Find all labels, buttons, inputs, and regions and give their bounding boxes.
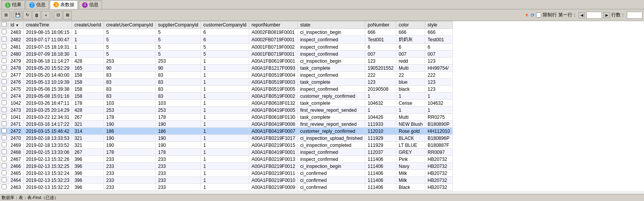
add-button[interactable]: +	[42, 11, 50, 19]
col-header-createUserCompanyId[interactable]: createUserCompanyId	[104, 21, 155, 29]
col-header-poNumber[interactable]: poNumber	[365, 21, 396, 29]
cell-checkbox[interactable]	[0, 36, 8, 44]
table-view2-button[interactable]: ⊠	[63, 11, 72, 19]
row-checkbox[interactable]	[2, 177, 7, 182]
cell-checkbox[interactable]	[0, 149, 8, 156]
table-row[interactable]: 24812019-07-15 18:19:311555A0001FB0719F0…	[0, 44, 453, 51]
cell-checkbox[interactable]	[0, 128, 8, 135]
table-view1-button[interactable]: ⊟	[54, 11, 62, 19]
col-header-supplierCompanyId[interactable]: supplierCompanyId	[155, 21, 201, 29]
cell-checkbox[interactable]	[0, 29, 8, 36]
refresh-button[interactable]: ↻	[23, 11, 32, 19]
col-header-reportNumber[interactable]: reportNumber	[249, 21, 298, 29]
prev-page-button[interactable]: ◀	[579, 12, 585, 18]
table-row[interactable]: 24722019-03-15 15:46:423141861861A00A1FB…	[0, 128, 453, 135]
row-checkbox[interactable]	[2, 79, 7, 84]
cell-checkbox[interactable]	[0, 72, 8, 79]
row-checkbox[interactable]	[2, 114, 7, 119]
cell-checkbox[interactable]	[0, 156, 8, 163]
col-header-customerCompanyId[interactable]: customerCompanyId	[201, 21, 249, 29]
cell-style: HB20732	[425, 177, 452, 184]
table-row[interactable]: 24832019-08-15 16:06:151556A0002FB0819F0…	[0, 29, 453, 36]
cell-checkbox[interactable]	[0, 177, 8, 184]
row-checkbox[interactable]	[2, 29, 7, 34]
table-row[interactable]: 24672019-02-13 15:32:263962332331A00A1FB…	[0, 156, 453, 163]
table-row[interactable]: 24652019-02-13 15:32:243962332331A00A1FB…	[0, 170, 453, 177]
col-header-createTime[interactable]: createTime	[23, 21, 72, 29]
cell-checkbox[interactable]	[0, 184, 8, 191]
tab-信息[interactable]: 2信息	[26, 0, 49, 9]
limit-row-checkbox[interactable]	[536, 12, 541, 18]
table-row[interactable]: 24642019-02-13 15:32:233962332331A00A1FB…	[0, 177, 453, 184]
row-checkbox[interactable]	[2, 163, 7, 168]
cell-checkbox[interactable]	[0, 114, 8, 121]
cell-checkbox[interactable]	[0, 142, 8, 149]
table-row[interactable]: 24682019-02-15 13:33:062671781781A00A1FB…	[0, 149, 453, 156]
cell-checkbox[interactable]	[0, 100, 8, 107]
cell-checkbox[interactable]	[0, 65, 8, 72]
cell-checkbox[interactable]	[0, 79, 8, 86]
cell-checkbox[interactable]	[0, 170, 8, 177]
grid-button[interactable]: ⊞	[2, 11, 10, 19]
select-all-checkbox[interactable]	[2, 22, 7, 27]
row-checkbox[interactable]	[2, 93, 7, 98]
cell-checkbox[interactable]	[0, 58, 8, 65]
cell-checkbox[interactable]	[0, 44, 8, 51]
row-checkbox[interactable]	[2, 107, 7, 112]
row-checkbox[interactable]	[2, 184, 7, 189]
table-row[interactable]: 24822019-07-17 11:00:471556A0002FB0719F0…	[0, 36, 453, 44]
table-row[interactable]: 24692019-02-18 13:33:523211901901A00A1FB…	[0, 142, 453, 149]
cell-checkbox[interactable]	[0, 135, 8, 142]
table-row[interactable]: 24742019-05-08 15:01:1615883831A00A1FB05…	[0, 93, 453, 100]
table-row[interactable]: 24772019-05-20 14:40:0015883831A00A1FB05…	[0, 72, 453, 79]
row-checkbox[interactable]	[2, 142, 7, 147]
table-row[interactable]: 24662019-02-13 15:32:253962332331A00A1FB…	[0, 163, 453, 170]
cell-supplierCompanyId: 253	[155, 58, 201, 65]
row-checkbox[interactable]	[2, 86, 7, 91]
row-checkbox[interactable]	[2, 156, 7, 161]
cell-checkbox[interactable]	[0, 93, 8, 100]
cell-checkbox[interactable]	[0, 163, 8, 170]
row-checkbox[interactable]	[2, 58, 7, 63]
row-checkbox[interactable]	[2, 100, 7, 105]
tab-信息[interactable]: 4信息	[79, 0, 102, 9]
row-count-input[interactable]: 1000	[627, 12, 642, 19]
save-button[interactable]: 💾	[14, 11, 22, 19]
col-header-createUserId[interactable]: createUserId	[72, 21, 104, 29]
tab-结果[interactable]: 1结果	[2, 0, 25, 9]
row-checkbox[interactable]	[2, 72, 7, 77]
col-header-id[interactable]: id ▼	[8, 21, 24, 29]
cell-checkbox[interactable]	[0, 121, 8, 128]
row-checkbox[interactable]	[2, 135, 7, 140]
col-header-color[interactable]: color	[396, 21, 425, 29]
cell-checkbox[interactable]	[0, 51, 8, 58]
first-row-input[interactable]: 0	[586, 12, 602, 19]
col-header-style[interactable]: style	[425, 21, 452, 29]
table-row[interactable]: 24732019-03-25 20:14:294282532531A00A1FB…	[0, 107, 453, 114]
table-row[interactable]: 24752019-05-08 15:39:3815883831A00A1FB05…	[0, 86, 453, 93]
row-checkbox[interactable]	[2, 170, 7, 175]
row-checkbox[interactable]	[2, 51, 7, 56]
table-row[interactable]: 24782019-05-20 15:52:2916590901A00A1FB12…	[0, 65, 453, 72]
cell-checkbox[interactable]	[0, 86, 8, 93]
row-checkbox[interactable]	[2, 44, 7, 49]
table-row[interactable]: 24802019-07-09 16:18:301555A0001FB0719F0…	[0, 51, 453, 58]
row-checkbox[interactable]	[2, 149, 7, 154]
col-header-checkbox[interactable]	[0, 21, 8, 29]
table-row[interactable]: 24792019-06-18 11:14:274282532531A00A1FB…	[0, 58, 453, 65]
cell-checkbox[interactable]	[0, 107, 8, 114]
table-row[interactable]: 10422019-03-26 16:47:111781031031A00A1FB…	[0, 100, 453, 107]
table-row[interactable]: 24702019-02-18 13:33:533211901901A00A1FB…	[0, 135, 453, 142]
table-row[interactable]: 24712019-03-16 14:17:223211901901A00A1FB…	[0, 121, 453, 128]
row-checkbox[interactable]	[2, 65, 7, 70]
table-row[interactable]: 24762019-05-13 10:19:3915883831A00A1FB05…	[0, 79, 453, 86]
col-header-state[interactable]: state	[298, 21, 365, 29]
delete-button[interactable]: 🗑	[32, 11, 41, 19]
row-checkbox[interactable]	[2, 121, 7, 126]
table-row[interactable]: 24632019-02-13 15:32:223962332331A00A1FB…	[0, 184, 453, 191]
table-row[interactable]: 10412019-03-22 12:34:312671781781A00A1FB…	[0, 114, 453, 121]
row-checkbox[interactable]	[2, 128, 7, 133]
next-page-button[interactable]: ▶	[604, 12, 610, 18]
row-checkbox[interactable]	[2, 37, 7, 42]
tab-表数据[interactable]: 3表数据	[50, 0, 78, 9]
